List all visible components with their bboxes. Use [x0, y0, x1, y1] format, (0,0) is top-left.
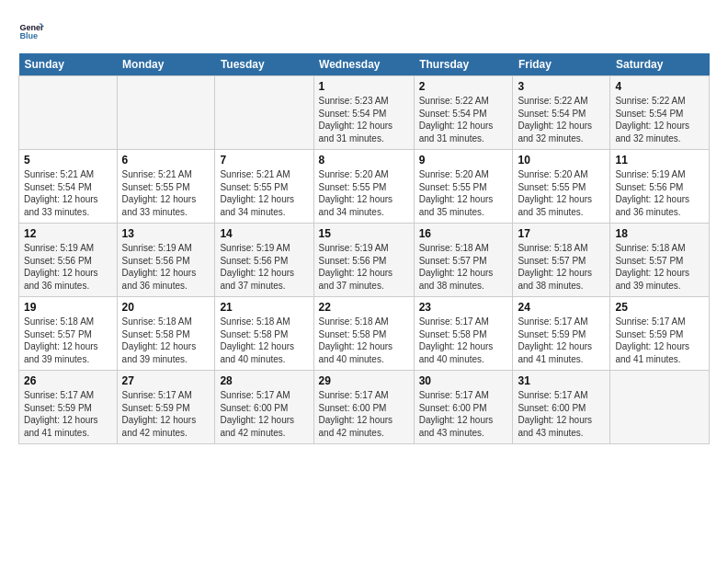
- day-number: 29: [319, 374, 409, 387]
- calendar-cell: [117, 76, 215, 150]
- day-info: Sunrise: 5:17 AM Sunset: 5:59 PM Dayligh…: [24, 389, 112, 439]
- day-number: 15: [319, 227, 409, 240]
- calendar-cell: 19Sunrise: 5:18 AM Sunset: 5:57 PM Dayli…: [19, 297, 118, 371]
- day-number: 16: [419, 227, 508, 240]
- weekday-header-row: SundayMondayTuesdayWednesdayThursdayFrid…: [19, 53, 710, 76]
- calendar-cell: 5Sunrise: 5:21 AM Sunset: 5:54 PM Daylig…: [19, 150, 118, 224]
- day-number: 26: [24, 374, 112, 387]
- day-info: Sunrise: 5:18 AM Sunset: 5:58 PM Dayligh…: [220, 316, 308, 365]
- day-info: Sunrise: 5:18 AM Sunset: 5:58 PM Dayligh…: [319, 316, 409, 365]
- day-info: Sunrise: 5:21 AM Sunset: 5:55 PM Dayligh…: [220, 168, 308, 218]
- calendar-cell: 31Sunrise: 5:17 AM Sunset: 6:00 PM Dayli…: [513, 371, 610, 444]
- day-info: Sunrise: 5:17 AM Sunset: 6:00 PM Dayligh…: [518, 389, 605, 439]
- day-number: 17: [518, 227, 605, 240]
- calendar-cell: 30Sunrise: 5:17 AM Sunset: 6:00 PM Dayli…: [414, 371, 513, 444]
- day-info: Sunrise: 5:17 AM Sunset: 5:58 PM Dayligh…: [419, 316, 508, 365]
- day-number: 6: [122, 154, 210, 167]
- day-number: 14: [220, 227, 308, 240]
- day-number: 27: [122, 374, 210, 387]
- calendar-cell: 16Sunrise: 5:18 AM Sunset: 5:57 PM Dayli…: [414, 224, 513, 297]
- calendar-week-row: 12Sunrise: 5:19 AM Sunset: 5:56 PM Dayli…: [19, 224, 710, 297]
- day-info: Sunrise: 5:18 AM Sunset: 5:57 PM Dayligh…: [419, 242, 508, 292]
- day-number: 4: [615, 80, 704, 93]
- day-number: 28: [220, 374, 308, 387]
- day-number: 24: [518, 301, 605, 314]
- weekday-header: Wednesday: [313, 53, 414, 76]
- calendar-cell: 9Sunrise: 5:20 AM Sunset: 5:55 PM Daylig…: [414, 150, 513, 224]
- day-number: 12: [24, 227, 112, 240]
- day-number: 23: [419, 301, 508, 314]
- calendar-cell: 3Sunrise: 5:22 AM Sunset: 5:54 PM Daylig…: [513, 76, 610, 150]
- calendar-cell: 6Sunrise: 5:21 AM Sunset: 5:55 PM Daylig…: [117, 150, 215, 224]
- day-number: 21: [220, 301, 308, 314]
- calendar-cell: 25Sunrise: 5:17 AM Sunset: 5:59 PM Dayli…: [610, 297, 710, 371]
- day-info: Sunrise: 5:19 AM Sunset: 5:56 PM Dayligh…: [220, 242, 308, 292]
- calendar-cell: 4Sunrise: 5:22 AM Sunset: 5:54 PM Daylig…: [610, 76, 710, 150]
- day-number: 7: [220, 154, 308, 167]
- logo: General Blue: [18, 18, 48, 44]
- calendar-cell: 15Sunrise: 5:19 AM Sunset: 5:56 PM Dayli…: [313, 224, 414, 297]
- calendar-cell: 20Sunrise: 5:18 AM Sunset: 5:58 PM Dayli…: [117, 297, 215, 371]
- calendar-cell: 2Sunrise: 5:22 AM Sunset: 5:54 PM Daylig…: [414, 76, 513, 150]
- day-info: Sunrise: 5:19 AM Sunset: 5:56 PM Dayligh…: [615, 168, 704, 218]
- weekday-header: Saturday: [610, 53, 710, 76]
- calendar-week-row: 19Sunrise: 5:18 AM Sunset: 5:57 PM Dayli…: [19, 297, 710, 371]
- weekday-header: Tuesday: [215, 53, 313, 76]
- calendar-cell: 12Sunrise: 5:19 AM Sunset: 5:56 PM Dayli…: [19, 224, 118, 297]
- day-info: Sunrise: 5:18 AM Sunset: 5:58 PM Dayligh…: [122, 316, 210, 365]
- day-info: Sunrise: 5:18 AM Sunset: 5:57 PM Dayligh…: [615, 242, 704, 292]
- day-number: 19: [24, 301, 112, 314]
- day-number: 1: [319, 80, 409, 93]
- day-info: Sunrise: 5:17 AM Sunset: 5:59 PM Dayligh…: [615, 316, 704, 365]
- day-number: 3: [518, 80, 605, 93]
- day-number: 22: [319, 301, 409, 314]
- calendar-cell: 11Sunrise: 5:19 AM Sunset: 5:56 PM Dayli…: [610, 150, 710, 224]
- calendar-cell: 18Sunrise: 5:18 AM Sunset: 5:57 PM Dayli…: [610, 224, 710, 297]
- calendar-cell: 27Sunrise: 5:17 AM Sunset: 5:59 PM Dayli…: [117, 371, 215, 444]
- day-info: Sunrise: 5:17 AM Sunset: 5:59 PM Dayligh…: [122, 389, 210, 439]
- day-number: 11: [615, 154, 704, 167]
- day-info: Sunrise: 5:20 AM Sunset: 5:55 PM Dayligh…: [319, 168, 409, 218]
- day-info: Sunrise: 5:17 AM Sunset: 6:00 PM Dayligh…: [220, 389, 308, 439]
- day-info: Sunrise: 5:20 AM Sunset: 5:55 PM Dayligh…: [419, 168, 508, 218]
- page-header: General Blue: [18, 18, 710, 44]
- day-info: Sunrise: 5:17 AM Sunset: 5:59 PM Dayligh…: [518, 316, 605, 365]
- calendar-cell: 7Sunrise: 5:21 AM Sunset: 5:55 PM Daylig…: [215, 150, 313, 224]
- calendar-cell: 29Sunrise: 5:17 AM Sunset: 6:00 PM Dayli…: [313, 371, 414, 444]
- day-info: Sunrise: 5:20 AM Sunset: 5:55 PM Dayligh…: [518, 168, 605, 218]
- day-info: Sunrise: 5:17 AM Sunset: 6:00 PM Dayligh…: [419, 389, 508, 439]
- day-info: Sunrise: 5:19 AM Sunset: 5:56 PM Dayligh…: [122, 242, 210, 292]
- day-number: 5: [24, 154, 112, 167]
- day-info: Sunrise: 5:22 AM Sunset: 5:54 PM Dayligh…: [518, 95, 605, 144]
- calendar-cell: 8Sunrise: 5:20 AM Sunset: 5:55 PM Daylig…: [313, 150, 414, 224]
- weekday-header: Sunday: [19, 53, 118, 76]
- day-number: 31: [518, 374, 605, 387]
- day-info: Sunrise: 5:23 AM Sunset: 5:54 PM Dayligh…: [319, 95, 409, 144]
- calendar-cell: 13Sunrise: 5:19 AM Sunset: 5:56 PM Dayli…: [117, 224, 215, 297]
- logo-icon: General Blue: [18, 18, 44, 44]
- day-number: 8: [319, 154, 409, 167]
- calendar-cell: 23Sunrise: 5:17 AM Sunset: 5:58 PM Dayli…: [414, 297, 513, 371]
- day-info: Sunrise: 5:18 AM Sunset: 5:57 PM Dayligh…: [24, 316, 112, 365]
- day-number: 2: [419, 80, 508, 93]
- calendar-cell: 28Sunrise: 5:17 AM Sunset: 6:00 PM Dayli…: [215, 371, 313, 444]
- day-info: Sunrise: 5:18 AM Sunset: 5:57 PM Dayligh…: [518, 242, 605, 292]
- calendar-cell: 22Sunrise: 5:18 AM Sunset: 5:58 PM Dayli…: [313, 297, 414, 371]
- day-info: Sunrise: 5:19 AM Sunset: 5:56 PM Dayligh…: [319, 242, 409, 292]
- day-info: Sunrise: 5:22 AM Sunset: 5:54 PM Dayligh…: [419, 95, 508, 144]
- day-number: 30: [419, 374, 508, 387]
- svg-text:Blue: Blue: [19, 31, 38, 40]
- day-info: Sunrise: 5:17 AM Sunset: 6:00 PM Dayligh…: [319, 389, 409, 439]
- calendar-table: SundayMondayTuesdayWednesdayThursdayFrid…: [18, 53, 710, 444]
- weekday-header: Thursday: [414, 53, 513, 76]
- day-info: Sunrise: 5:21 AM Sunset: 5:54 PM Dayligh…: [24, 168, 112, 218]
- calendar-cell: 26Sunrise: 5:17 AM Sunset: 5:59 PM Dayli…: [19, 371, 118, 444]
- calendar-cell: [215, 76, 313, 150]
- day-number: 20: [122, 301, 210, 314]
- day-number: 10: [518, 154, 605, 167]
- calendar-cell: 14Sunrise: 5:19 AM Sunset: 5:56 PM Dayli…: [215, 224, 313, 297]
- weekday-header: Friday: [513, 53, 610, 76]
- calendar-cell: [610, 371, 710, 444]
- calendar-cell: [19, 76, 118, 150]
- calendar-cell: 17Sunrise: 5:18 AM Sunset: 5:57 PM Dayli…: [513, 224, 610, 297]
